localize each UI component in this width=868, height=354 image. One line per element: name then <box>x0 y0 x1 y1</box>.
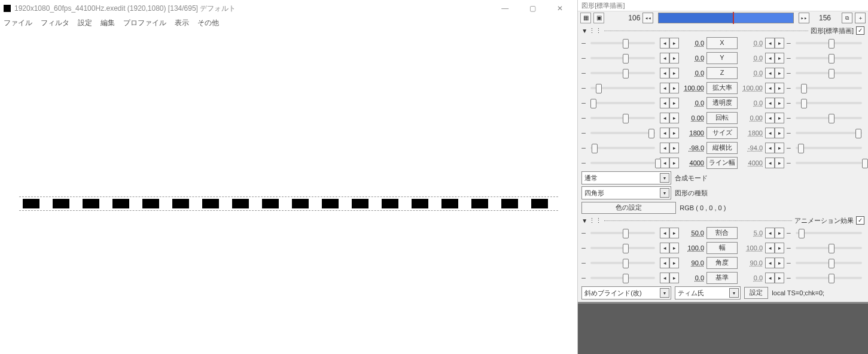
param-slider-right[interactable] <box>796 57 862 59</box>
param-slider-right[interactable] <box>796 42 862 44</box>
frame-left[interactable]: 106 <box>621 14 640 22</box>
param-value-left[interactable]: 50.0 <box>681 229 704 237</box>
step-right-button[interactable]: ▸ <box>775 113 784 123</box>
step-right-button[interactable]: ▸ <box>669 258 679 268</box>
param-value-left[interactable]: 0.0 <box>681 55 704 62</box>
step-right-button[interactable]: ▸ <box>669 143 679 153</box>
step-right-button[interactable]: ▸ <box>669 98 679 108</box>
param-value-left[interactable]: 0.0 <box>681 40 704 47</box>
section-enable-checkbox[interactable]: ✓ <box>856 216 864 225</box>
param-slider-left[interactable] <box>590 162 655 164</box>
blend-mode-combo[interactable]: 通常 ▾ <box>581 171 671 184</box>
param-value-left[interactable]: 0.0 <box>681 69 704 77</box>
step-left-button[interactable]: ◂ <box>660 273 669 283</box>
param-name-button[interactable]: 幅 <box>706 242 738 254</box>
param-name-button[interactable]: サイズ <box>706 127 738 139</box>
param-value-right[interactable]: 100.00 <box>740 84 763 92</box>
param-value-right[interactable]: 4000 <box>740 159 763 167</box>
step-left-button[interactable]: ◂ <box>660 53 669 63</box>
param-slider-right[interactable] <box>796 232 862 234</box>
shape-type-combo[interactable]: 四角形 ▾ <box>581 186 671 199</box>
param-value-left[interactable]: 0.00 <box>681 114 704 122</box>
maximize-button[interactable]: ▢ <box>519 0 546 17</box>
param-value-left[interactable]: 0.0 <box>681 99 704 107</box>
param-name-button[interactable]: 拡大率 <box>706 82 738 94</box>
param-value-right[interactable]: 5.0 <box>740 229 763 237</box>
param-slider-left[interactable] <box>590 277 655 279</box>
menu-edit[interactable]: 編集 <box>100 18 115 28</box>
step-right-button[interactable]: ▸ <box>775 38 784 49</box>
step-right-button[interactable]: ▸ <box>775 258 784 268</box>
step-right-button[interactable]: ▸ <box>775 53 784 63</box>
param-name-button[interactable]: Y <box>706 52 738 64</box>
step-left-button[interactable]: ◂ <box>660 113 669 123</box>
add-button[interactable]: ＋ <box>855 13 866 23</box>
toolbar-icon-1[interactable]: ▦ <box>580 13 591 23</box>
param-value-right[interactable]: 0.00 <box>740 114 763 122</box>
step-right-button[interactable]: ▸ <box>669 113 679 123</box>
step-left-button[interactable]: ◂ <box>765 113 775 123</box>
step-right-button[interactable]: ▸ <box>775 243 784 253</box>
step-right-button[interactable]: ▸ <box>775 83 784 93</box>
step-left-button[interactable]: ◂ <box>765 243 775 253</box>
step-right-button[interactable]: ▸ <box>775 68 784 78</box>
step-left-button[interactable]: ◂ <box>660 68 669 78</box>
step-right-button[interactable]: ▸ <box>775 228 784 238</box>
param-slider-left[interactable] <box>590 42 655 44</box>
param-slider-left[interactable] <box>590 87 655 89</box>
param-value-right[interactable]: 0.0 <box>740 69 763 77</box>
param-slider-right[interactable] <box>796 247 862 249</box>
step-right-button[interactable]: ▸ <box>669 243 679 253</box>
toolbar-icon-2[interactable]: ▣ <box>593 13 604 23</box>
step-right-button[interactable]: ▸ <box>669 158 679 168</box>
param-value-right[interactable]: 1800 <box>740 129 763 137</box>
param-slider-right[interactable] <box>796 147 862 149</box>
section-grip-icon[interactable]: ⋮⋮ <box>589 217 602 225</box>
step-left-button[interactable]: ◂ <box>660 38 669 49</box>
param-slider-left[interactable] <box>590 232 655 234</box>
param-slider-left[interactable] <box>590 262 655 264</box>
step-left-button[interactable]: ◂ <box>765 228 775 238</box>
param-name-button[interactable]: X <box>706 37 738 49</box>
param-value-left[interactable]: 100.0 <box>681 244 704 252</box>
param-name-button[interactable]: ライン幅 <box>706 157 738 169</box>
step-left-button[interactable]: ◂ <box>765 38 775 49</box>
seek-start-button[interactable]: ◂◂ <box>642 13 653 23</box>
step-right-button[interactable]: ▸ <box>669 228 679 238</box>
param-slider-left[interactable] <box>590 72 655 74</box>
step-left-button[interactable]: ◂ <box>765 258 775 268</box>
param-value-left[interactable]: 90.0 <box>681 259 704 267</box>
seek-bar[interactable] <box>658 13 794 23</box>
anim-script-combo[interactable]: 斜めブラインド(改) ▾ <box>581 286 671 299</box>
step-left-button[interactable]: ◂ <box>660 243 669 253</box>
param-name-button[interactable]: 角度 <box>706 257 738 269</box>
menu-other[interactable]: その他 <box>197 18 219 28</box>
param-name-button[interactable]: 回転 <box>706 112 738 124</box>
param-value-left[interactable]: 0.0 <box>681 274 704 282</box>
step-left-button[interactable]: ◂ <box>765 83 775 93</box>
step-left-button[interactable]: ◂ <box>660 258 669 268</box>
step-right-button[interactable]: ▸ <box>669 68 679 78</box>
param-slider-left[interactable] <box>590 102 655 104</box>
param-slider-left[interactable] <box>590 132 655 134</box>
param-slider-right[interactable] <box>796 262 862 264</box>
param-value-left[interactable]: -98.0 <box>681 144 704 152</box>
step-left-button[interactable]: ◂ <box>660 83 669 93</box>
param-slider-left[interactable] <box>590 147 655 149</box>
step-left-button[interactable]: ◂ <box>765 128 775 138</box>
param-value-right[interactable]: 0.0 <box>740 274 763 282</box>
param-value-left[interactable]: 100.00 <box>681 84 704 92</box>
step-right-button[interactable]: ▸ <box>775 98 784 108</box>
param-value-left[interactable]: 4000 <box>681 159 704 167</box>
param-slider-left[interactable] <box>590 57 655 59</box>
step-right-button[interactable]: ▸ <box>669 38 679 49</box>
step-right-button[interactable]: ▸ <box>669 83 679 93</box>
param-slider-left[interactable] <box>590 117 655 119</box>
step-left-button[interactable]: ◂ <box>660 98 669 108</box>
section-grip-icon[interactable]: ⋮⋮ <box>589 27 602 35</box>
step-right-button[interactable]: ▸ <box>775 273 784 283</box>
step-left-button[interactable]: ◂ <box>660 128 669 138</box>
add-up-button[interactable]: ⧉ <box>842 13 852 23</box>
menu-view[interactable]: 表示 <box>175 18 189 28</box>
param-value-right[interactable]: 100.0 <box>740 244 763 252</box>
